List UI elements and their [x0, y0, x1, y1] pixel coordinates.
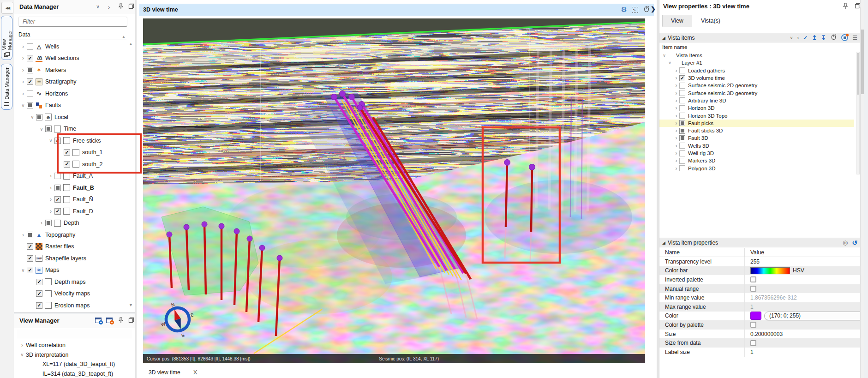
checkbox[interactable] — [54, 185, 61, 191]
checkbox[interactable] — [679, 105, 685, 111]
expand-arrow-icon[interactable] — [29, 114, 36, 120]
remove-view-icon[interactable]: − — [106, 318, 113, 323]
tree-row[interactable]: south_2 — [14, 158, 126, 170]
scroll-down-arrow[interactable]: ▼ — [129, 303, 133, 307]
collapse-panel-button[interactable]: ◀◀ — [1, 2, 13, 14]
expand-arrow-icon[interactable] — [661, 53, 667, 58]
chevron-right-icon[interactable]: › — [108, 4, 110, 11]
tree-row[interactable]: Erosion maps — [14, 300, 126, 311]
checkbox[interactable] — [54, 196, 61, 203]
checkbox[interactable] — [64, 161, 70, 168]
tree-row[interactable]: Faults — [14, 100, 126, 112]
tree-row[interactable]: Horizons — [14, 88, 126, 100]
property-row[interactable]: Color bar HSV HSV HSV — [659, 266, 860, 276]
tree-row[interactable]: Fault_B — [14, 182, 126, 194]
panel-collapse-arrow[interactable]: ❯ — [651, 6, 656, 12]
tree-row[interactable]: Topography — [14, 229, 126, 241]
checkbox[interactable] — [64, 149, 70, 156]
expand-arrow-icon[interactable] — [19, 67, 27, 73]
expand-arrow-icon[interactable] — [47, 138, 54, 143]
checkbox[interactable] — [36, 114, 42, 120]
undo-icon[interactable]: ↺ — [852, 239, 857, 246]
tree-row[interactable]: Fault_A — [14, 170, 126, 182]
checkbox[interactable] — [679, 83, 685, 89]
move-up-icon[interactable]: ↥ — [812, 34, 817, 41]
property-value-text[interactable]: 1 — [750, 349, 754, 355]
add-view-icon[interactable]: + — [95, 318, 102, 323]
expand-arrow-icon[interactable] — [667, 60, 673, 65]
vista-tree-row[interactable]: 3D volume time — [659, 74, 854, 82]
expand-arrow-icon[interactable] — [38, 220, 45, 226]
property-value-cell[interactable]: 0.200000003 0.200000003 0.200000003 — [744, 330, 860, 339]
vista-tree-row[interactable]: Loaded gathers — [659, 67, 854, 74]
checkbox[interactable] — [36, 290, 42, 297]
vista-tree-row[interactable]: Wells 3D — [659, 142, 854, 150]
checkbox[interactable] — [679, 113, 685, 119]
vista-items-scrollbar[interactable] — [856, 52, 860, 174]
vista-tree-row[interactable]: Horizon 3D — [659, 104, 854, 112]
vista-tree-row[interactable]: Arbitrary line 3D — [659, 97, 854, 104]
tree-row[interactable]: Fault_Ñ — [14, 194, 126, 206]
vista-tree-row[interactable]: Fault 3D — [659, 134, 854, 142]
expand-arrow-icon[interactable] — [673, 150, 679, 156]
property-value-text[interactable]: 0.200000003 — [750, 331, 783, 337]
expand-arrow-icon[interactable] — [38, 126, 45, 132]
vista-tree-row[interactable]: Fault picks — [659, 120, 854, 127]
checkbox[interactable] — [679, 128, 685, 134]
scroll-up-arrow[interactable]: ▲ — [129, 42, 133, 46]
checkbox[interactable] — [679, 143, 685, 149]
property-value-cell[interactable]: 1.867356296e-312 1.867356296e-312 1.8673… — [744, 293, 860, 302]
picked-item-icon[interactable] — [841, 34, 848, 41]
tree-row[interactable]: Velocity maps — [14, 288, 126, 300]
expand-arrow-icon[interactable] — [673, 105, 679, 111]
expand-arrow-icon[interactable] — [19, 232, 27, 238]
expand-arrow-icon[interactable] — [18, 352, 26, 357]
vista-tree-row[interactable]: Layer #1 — [659, 59, 854, 66]
checkbox[interactable] — [27, 90, 33, 97]
tree-row[interactable]: south_1 — [14, 147, 126, 159]
item-name-column-header[interactable]: Item name — [659, 43, 854, 51]
move-down-icon[interactable]: ↧ — [821, 34, 826, 41]
tree-row[interactable]: Free sticks — [14, 135, 126, 147]
expand-arrow-icon[interactable] — [673, 165, 679, 172]
property-value-cell[interactable] — [744, 320, 860, 330]
checkbox[interactable] — [27, 232, 33, 238]
property-value-cell[interactable]: 1 1 1 — [744, 348, 860, 357]
checkbox[interactable] — [27, 55, 33, 61]
fit-to-view-icon[interactable]: ↖ — [632, 7, 638, 13]
expand-arrow-icon[interactable] — [19, 43, 27, 50]
float-window-icon[interactable] — [128, 317, 134, 323]
vista-tree-row[interactable]: Horizon 3D Topo — [659, 112, 854, 119]
chevron-right-icon[interactable]: › — [797, 35, 799, 41]
expand-arrow-icon[interactable] — [673, 82, 679, 89]
mouse-select-icon[interactable] — [830, 34, 837, 42]
tree-row[interactable]: Local — [14, 111, 126, 123]
view-row[interactable]: 3D interpretation — [14, 350, 135, 360]
property-value-cell[interactable] — [744, 284, 860, 294]
property-value-cell[interactable]: 1 1 1 — [744, 302, 860, 312]
expand-arrow-icon[interactable] — [19, 78, 27, 85]
properties-tab[interactable]: View — [662, 15, 692, 27]
property-row[interactable]: Color (170; 0; 255) (170; 0; 255) (170; … — [659, 312, 860, 321]
vista-tree-row[interactable]: Surface seismic 2D geometry — [659, 82, 854, 89]
tree-row[interactable]: Wells — [14, 41, 126, 53]
expand-arrow-icon[interactable] — [673, 97, 679, 104]
color-value-button[interactable]: (170; 0; 255) — [764, 312, 860, 320]
property-row[interactable]: Manual range — [659, 284, 860, 294]
expand-arrow-icon[interactable] — [673, 143, 679, 149]
rail-tab-view-manager[interactable]: View Manager — [1, 16, 12, 60]
colorbar-swatch[interactable] — [750, 267, 790, 274]
close-tab-icon[interactable]: X — [193, 369, 198, 376]
property-value-cell[interactable] — [744, 275, 860, 284]
tree-row[interactable]: Depth maps — [14, 276, 126, 288]
property-checkbox[interactable] — [750, 276, 756, 282]
check-all-icon[interactable]: ✓ — [803, 35, 808, 41]
property-checkbox[interactable] — [750, 286, 756, 292]
view-row[interactable]: Well correlation — [14, 341, 135, 350]
tree-row[interactable]: Shapefile layers — [14, 252, 126, 264]
property-row[interactable]: Inverted palette — [659, 275, 860, 284]
checkbox[interactable] — [54, 208, 61, 215]
checkbox[interactable] — [54, 173, 61, 179]
expand-arrow-icon[interactable] — [673, 127, 679, 134]
tree-row[interactable]: Time — [14, 123, 126, 135]
